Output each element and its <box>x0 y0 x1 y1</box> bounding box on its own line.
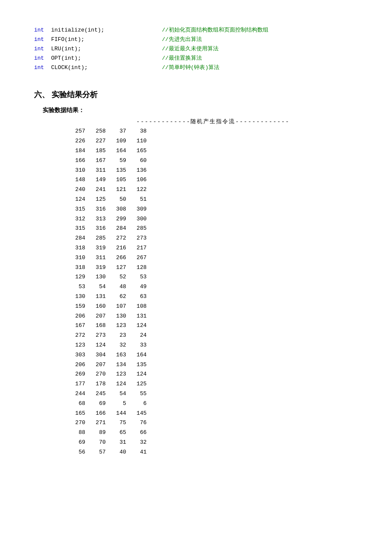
table-row: 269270123124 <box>68 370 358 379</box>
table-cell: 270 <box>68 419 89 428</box>
code-line: int CLOCK(int);//简单时钟(钟表)算法 <box>34 63 358 72</box>
table-row: 177178124125 <box>68 380 358 389</box>
table-cell: 53 <box>130 273 150 282</box>
keyword: int <box>34 35 51 44</box>
table-cell: 41 <box>130 448 150 457</box>
data-table: -------------随机产生指令流------------- 257258… <box>68 118 358 457</box>
table-cell: 309 <box>130 205 150 214</box>
table-cell: 49 <box>130 283 150 292</box>
table-cell: 52 <box>109 273 130 282</box>
table-cell: 318 <box>68 263 89 272</box>
table-cell: 207 <box>89 361 109 370</box>
table-cell: 273 <box>89 331 109 340</box>
table-cell: 285 <box>130 224 150 233</box>
table-cell: 160 <box>89 302 109 311</box>
table-row: 184185164165 <box>68 147 358 156</box>
table-cell: 106 <box>130 176 150 185</box>
table-cell: 56 <box>68 448 89 457</box>
code-comment: //最近最久未使用算法 <box>145 44 358 54</box>
table-cell: 110 <box>130 137 150 146</box>
table-cell: 65 <box>109 428 130 437</box>
table-cell: 318 <box>68 244 89 253</box>
table-cell: 284 <box>68 234 89 243</box>
table-row: 2442455455 <box>68 390 358 399</box>
table-cell: 69 <box>68 438 89 447</box>
table-cell: 6 <box>130 399 150 408</box>
table-cell: 135 <box>109 166 130 175</box>
table-cell: 185 <box>89 147 109 156</box>
table-cell: 167 <box>68 321 89 330</box>
table-row: 206207130131 <box>68 312 358 321</box>
table-cell: 63 <box>130 292 150 301</box>
table-cell: 316 <box>89 224 109 233</box>
table-cell: 32 <box>109 341 130 350</box>
table-cell: 123 <box>109 321 130 330</box>
table-cell: 178 <box>89 380 109 389</box>
keyword: int <box>34 26 51 35</box>
table-cell: 33 <box>130 341 150 350</box>
table-cell: 319 <box>89 263 109 272</box>
table-row: 318319127128 <box>68 263 358 272</box>
table-cell: 130 <box>109 312 130 321</box>
table-cell: 168 <box>89 321 109 330</box>
table-cell: 24 <box>130 331 150 340</box>
table-cell: 315 <box>68 224 89 233</box>
table-cell: 57 <box>89 448 109 457</box>
table-cell: 53 <box>68 283 89 292</box>
table-row: 240241121122 <box>68 185 358 194</box>
code-block: int initialize(int);//初始化页面结构数组和页面控制结构数组… <box>34 26 358 72</box>
table-row: 312313299300 <box>68 215 358 224</box>
table-cell: 70 <box>89 438 109 447</box>
table-cell: 311 <box>89 166 109 175</box>
table-cell: 129 <box>68 273 89 282</box>
table-cell: 272 <box>68 331 89 340</box>
table-row: 310311266267 <box>68 254 358 263</box>
table-cell: 108 <box>130 302 150 311</box>
table-cell: 313 <box>89 215 109 224</box>
table-cell: 299 <box>109 215 130 224</box>
table-cell: 163 <box>109 351 130 360</box>
table-cell: 125 <box>89 195 109 204</box>
table-cell: 244 <box>68 390 89 399</box>
table-cell: 311 <box>89 254 109 263</box>
table-cell: 135 <box>130 361 150 370</box>
table-cell: 304 <box>89 351 109 360</box>
table-cell: 105 <box>109 176 130 185</box>
table-row: 1301316263 <box>68 292 358 301</box>
code-line: int LRU(int);//最近最久未使用算法 <box>34 44 358 54</box>
table-row: 1291305253 <box>68 273 358 282</box>
table-cell: 271 <box>89 419 109 428</box>
table-cell: 303 <box>68 351 89 360</box>
table-cell: 38 <box>130 127 150 136</box>
code-line: int FIFO(int);//先进先出算法 <box>34 35 358 44</box>
table-cell: 51 <box>130 195 150 204</box>
table-cell: 60 <box>130 156 150 165</box>
table-row: 159160107108 <box>68 302 358 311</box>
table-cell: 227 <box>89 137 109 146</box>
table-row: 69703132 <box>68 438 358 447</box>
divider: -------------随机产生指令流------------- <box>68 118 358 125</box>
code-section: int initialize(int);//初始化页面结构数组和页面控制结构数组… <box>34 26 358 72</box>
exp-label: 实验数据结果： <box>43 107 358 114</box>
table-row: 53544849 <box>68 283 358 292</box>
table-row: 167168123124 <box>68 321 358 330</box>
table-cell: 136 <box>130 166 150 175</box>
table-row: 2722732324 <box>68 331 358 340</box>
table-cell: 166 <box>89 409 109 418</box>
table-cell: 226 <box>68 137 89 146</box>
code-comment: //先进先出算法 <box>145 35 358 44</box>
table-cell: 206 <box>68 312 89 321</box>
table-cell: 134 <box>109 361 130 370</box>
table-row: 1241255051 <box>68 195 358 204</box>
function-signature: LRU(int); <box>51 44 145 54</box>
table-cell: 166 <box>68 156 89 165</box>
table-row: 303304163164 <box>68 351 358 360</box>
table-row: 315316308309 <box>68 205 358 214</box>
table-cell: 300 <box>130 215 150 224</box>
table-cell: 315 <box>68 205 89 214</box>
table-cell: 32 <box>130 438 150 447</box>
code-comment: //初始化页面结构数组和页面控制结构数组 <box>145 26 358 35</box>
table-cell: 207 <box>89 312 109 321</box>
section-title: 六、 实验结果分析 <box>34 90 358 100</box>
table-cell: 75 <box>109 419 130 428</box>
